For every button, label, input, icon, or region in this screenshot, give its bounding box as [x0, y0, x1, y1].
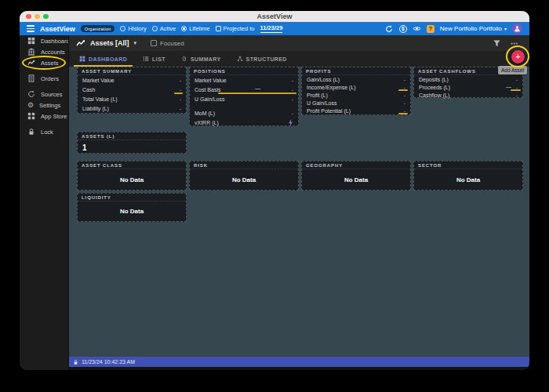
- sidebar-item-settings[interactable]: ⚙ Settings: [20, 100, 68, 111]
- dashboard-content: ASSET SUMMARY Market Value - Cash - Tota…: [69, 67, 529, 357]
- positions-row-mom: MoM (L) -: [190, 108, 298, 118]
- help-icon[interactable]: ?: [427, 25, 434, 33]
- focused-checkbox[interactable]: [151, 40, 157, 46]
- refresh-icon[interactable]: [385, 24, 394, 33]
- paperclip-icon: [181, 56, 187, 62]
- card-geography: GEOGRAPHY No Data: [301, 161, 411, 191]
- positions-row-market-value: Market Value -: [190, 75, 298, 85]
- card-title: PROFITS: [302, 67, 410, 75]
- sidebar-label-app-store: App Store: [41, 113, 67, 120]
- focused-label: Focused: [160, 40, 184, 47]
- asset-scope-selector[interactable]: Assets [All]: [90, 39, 129, 47]
- plus-icon: +: [516, 53, 521, 61]
- tab-bar: DASHBOARD LIST SUMMARY STRUCTURED: [69, 51, 529, 67]
- sidebar: Dashboard Accounts Assets Orders Sources…: [20, 35, 68, 370]
- help-glyph: ?: [429, 26, 432, 31]
- status-timestamp: 11/23/24 10:42:23 AM: [82, 359, 135, 365]
- receipt-icon: [27, 74, 35, 82]
- sidebar-label-lock: Lock: [41, 129, 53, 136]
- card-title: ASSETS (L): [78, 132, 186, 140]
- cashflows-row-proceeds: Proceeds (L) — -: [414, 83, 522, 91]
- projected-date-link[interactable]: 11/23/29: [260, 24, 283, 33]
- sidebar-label-dashboard: Dashboard: [41, 38, 70, 45]
- app-toolbar: AssetView Organization History Active Li…: [20, 22, 529, 35]
- radio-active-label: Active: [160, 25, 176, 32]
- card-title: POSITIONS: [190, 67, 298, 75]
- sidebar-item-orders[interactable]: Orders: [20, 73, 68, 84]
- menu-icon[interactable]: [27, 25, 35, 32]
- no-data-label: No Data: [414, 169, 522, 190]
- card-asset-summary: ASSET SUMMARY Market Value - Cash - Tota…: [77, 67, 187, 114]
- sidebar-item-dashboard[interactable]: Dashboard: [20, 35, 68, 46]
- trend-icon: [76, 38, 85, 48]
- radio-history-circle[interactable]: [120, 26, 125, 31]
- positions-row-vxirr: vXIRR (L): [190, 118, 298, 127]
- status-bar: 11/23/24 10:42:23 AM: [69, 357, 529, 367]
- tab-dashboard[interactable]: DASHBOARD: [72, 51, 134, 67]
- tab-list-label: LIST: [152, 56, 165, 62]
- card-liquidity: LIQUIDITY No Data: [77, 193, 187, 222]
- summary-row-total-value: Total Value (L) -: [78, 94, 186, 103]
- filter-icon[interactable]: [493, 39, 501, 48]
- sidebar-item-app-store[interactable]: App Store: [20, 111, 68, 122]
- profits-row-gain-loss: Gain/Loss (L) -: [302, 75, 410, 83]
- card-title: LIQUIDITY: [78, 194, 186, 201]
- sidebar-item-sources[interactable]: Sources: [20, 89, 68, 100]
- sidebar-label-orders: Orders: [41, 75, 59, 82]
- yellow-underline: [398, 113, 408, 114]
- dashboard-grid-icon: [79, 56, 85, 62]
- currency-icon[interactable]: $: [399, 25, 407, 33]
- eye-icon[interactable]: [413, 24, 421, 33]
- radio-active-circle[interactable]: [152, 26, 158, 31]
- chevron-down-icon[interactable]: ▾: [134, 40, 137, 46]
- card-assets-count: ASSETS (L) 1: [77, 132, 187, 154]
- tab-structured[interactable]: STRUCTURED: [230, 51, 294, 67]
- tab-list[interactable]: LIST: [136, 51, 173, 67]
- more-icon[interactable]: ⋯: [511, 39, 519, 48]
- sidebar-label-accounts: Accounts: [41, 49, 65, 56]
- chevron-down-icon: ▾: [504, 26, 507, 31]
- summary-row-market-value: Market Value -: [78, 75, 186, 85]
- radio-history[interactable]: History: [120, 25, 146, 32]
- trend-icon: [27, 59, 35, 67]
- radio-active[interactable]: Active: [152, 25, 176, 32]
- card-title: SECTOR: [414, 162, 522, 169]
- titlebar: AssetView: [20, 11, 529, 22]
- profits-row-u-gain-loss: U Gain/Loss -: [302, 99, 410, 107]
- bank-icon: [27, 48, 35, 56]
- portfolio-selector[interactable]: New Portfolio Portfolio ▾: [440, 25, 507, 32]
- tab-dashboard-label: DASHBOARD: [89, 56, 127, 62]
- tab-summary[interactable]: SUMMARY: [174, 51, 228, 67]
- sidebar-item-assets[interactable]: Assets: [20, 57, 68, 68]
- radio-lifetime-circle[interactable]: [181, 26, 187, 31]
- positions-row-u-gain-loss: U Gain/Loss -: [190, 94, 298, 103]
- no-data-label: No Data: [78, 201, 186, 221]
- projected-to-checkbox[interactable]: [216, 26, 221, 31]
- card-title: RISK: [190, 162, 298, 169]
- projected-to-label: Projected to: [224, 25, 255, 32]
- focused-checkbox-group[interactable]: Focused: [151, 40, 184, 47]
- main-panel: Assets [All] ▾ Focused ⋯ DASHBOARD: [68, 35, 529, 370]
- positions-row-cost-basis: Cost Basis — -: [190, 85, 298, 94]
- no-data-label: No Data: [190, 169, 298, 190]
- sidebar-item-accounts[interactable]: Accounts: [20, 46, 68, 57]
- card-asset-class: ASSET CLASS No Data: [77, 161, 187, 191]
- sidebar-label-assets: Assets: [41, 60, 59, 67]
- radio-lifetime-label: Lifetime: [189, 25, 209, 32]
- gear-icon: ⚙: [27, 102, 34, 109]
- assets-count-value: 1: [78, 140, 186, 152]
- radio-lifetime[interactable]: Lifetime: [181, 25, 209, 32]
- profits-row-profit: Profit (L) -: [302, 91, 410, 99]
- card-title: GEOGRAPHY: [302, 162, 410, 169]
- add-asset-button[interactable]: +: [511, 50, 525, 64]
- add-asset-tooltip: Add Asset: [498, 66, 527, 74]
- lock-icon: [73, 359, 78, 365]
- radio-history-label: History: [128, 25, 146, 32]
- summary-row-liability: Liability (L) -: [78, 103, 186, 113]
- card-title: ASSET CLASS: [78, 162, 186, 169]
- sidebar-item-lock[interactable]: Lock: [20, 126, 68, 137]
- projected-to-checkbox-group[interactable]: Projected to: [216, 25, 255, 32]
- no-data-label: No Data: [78, 169, 186, 190]
- list-icon: [143, 56, 149, 62]
- avatar[interactable]: [512, 24, 522, 34]
